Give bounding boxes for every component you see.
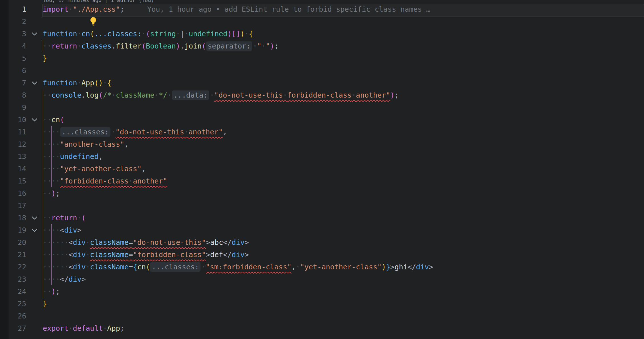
code-token: ····	[43, 275, 60, 283]
code-token: ()	[94, 79, 103, 87]
eslint-error-token: "do-not-use-this	[214, 91, 283, 99]
code-token: cn	[51, 116, 60, 124]
code-token: className	[116, 91, 154, 99]
code-token: >	[244, 238, 249, 247]
code-token: ·	[68, 324, 73, 332]
code-line[interactable]: 20······<div·className="do-not-use-this"…	[0, 236, 644, 249]
code-line-content: ····...classes:·"do-not-use-this·another…	[43, 126, 644, 138]
code-token: string	[150, 30, 176, 38]
code-line[interactable]: 26	[0, 310, 644, 322]
code-token: >	[206, 251, 210, 259]
code-token: div	[232, 251, 244, 259]
code-line[interactable]: 7function·App()·{	[0, 77, 644, 89]
code-token: div	[416, 263, 429, 271]
code-line[interactable]: 16··);	[0, 187, 644, 199]
code-token: )	[176, 42, 180, 50]
chevron-down-icon	[31, 227, 38, 234]
code-token: ;	[120, 5, 124, 13]
code-token: >	[244, 251, 249, 259]
fold-gutter-space	[26, 3, 43, 15]
code-token: {	[107, 79, 112, 87]
code-line[interactable]: 8··console.log(/*·className·*/·...data:·…	[0, 89, 644, 101]
code-line[interactable]: 4··return·classes.filter(Boolean).join(s…	[0, 40, 644, 52]
code-token: ······	[43, 238, 68, 247]
code-line-content: ··cn(	[43, 114, 644, 126]
code-line[interactable]: 19····<div>	[0, 224, 644, 236]
code-token: (	[99, 91, 103, 99]
code-line[interactable]: 23····</div>	[0, 273, 644, 285]
code-token: function	[43, 30, 77, 38]
fold-chevron[interactable]	[26, 212, 43, 224]
eslint-error-token: another"	[133, 177, 167, 185]
code-token: ·	[253, 42, 257, 50]
code-token: div	[68, 275, 81, 283]
code-token: div	[73, 263, 86, 271]
fold-gutter-space	[26, 236, 43, 249]
code-token: export	[43, 324, 68, 332]
code-line[interactable]: 21······<div·className="forbidden-class"…	[0, 249, 644, 261]
code-token: cn	[137, 263, 146, 271]
fold-chevron[interactable]	[26, 114, 43, 126]
indent-guide	[43, 199, 43, 212]
code-token: >	[206, 238, 210, 247]
code-line[interactable]: 18··return·(	[0, 212, 644, 224]
eslint-error-token: "do-not-use-this"	[133, 238, 206, 247]
code-token: ······	[43, 251, 68, 259]
fold-gutter-space	[26, 310, 43, 322]
eslint-error-token: className	[90, 238, 129, 247]
code-line[interactable]: 5}	[0, 52, 644, 64]
code-line[interactable]: 27export·default·App;	[0, 322, 644, 334]
code-token: ····	[43, 140, 60, 148]
inlay-hint: ...data:	[172, 90, 209, 100]
code-token: App	[81, 79, 94, 87]
code-token: ;	[394, 91, 399, 99]
lightbulb-icon[interactable]	[90, 17, 97, 30]
eslint-error-token: "forbidden-class"	[133, 251, 206, 259]
code-line[interactable]: 13····undefined,	[0, 150, 644, 163]
code-line[interactable]: 17	[0, 199, 644, 212]
code-token: undefined	[189, 30, 227, 38]
code-line[interactable]: 12····"another-class",	[0, 138, 644, 150]
code-token: div	[232, 238, 244, 247]
code-line[interactable]: 2	[0, 15, 644, 28]
code-line[interactable]: 10··cn(	[0, 114, 644, 126]
fold-chevron[interactable]	[26, 28, 43, 40]
fold-gutter-space	[26, 52, 43, 64]
code-token: classes	[81, 42, 111, 50]
code-line-content: ····"another-class",	[43, 138, 644, 150]
code-token: "yet-another-class"	[300, 263, 382, 271]
code-line-content: ····"forbidden-class·another"	[43, 175, 644, 187]
fold-gutter-space	[26, 126, 43, 138]
fold-chevron[interactable]	[26, 77, 43, 89]
code-lines: 1import·"./App.css";You, 1 hour ago • ad…	[0, 3, 644, 334]
code-line[interactable]: 25}	[0, 298, 644, 310]
code-line[interactable]: 11····...classes:·"do-not-use-this·anoth…	[0, 126, 644, 138]
inlay-hint: ...classes:	[60, 127, 110, 137]
code-token: </	[223, 238, 232, 247]
code-line-content: ······<div·className="do-not-use-this">a…	[43, 236, 644, 249]
codelens-blame[interactable]: You, 17 minutes ago | 1 author (You)	[43, 0, 154, 6]
code-token: return	[51, 214, 77, 222]
code-line[interactable]: 6	[0, 64, 644, 77]
code-token: </	[407, 263, 416, 271]
code-token: ;	[120, 324, 124, 332]
code-token: ·	[245, 30, 249, 38]
code-line[interactable]: 9	[0, 101, 644, 114]
code-line[interactable]: 14····"yet-another-class",	[0, 163, 644, 175]
code-line-content	[43, 64, 644, 77]
code-line[interactable]: 15····"forbidden-class·another"	[0, 175, 644, 187]
fold-chevron[interactable]	[26, 224, 43, 236]
fold-gutter-space	[26, 64, 43, 77]
code-line[interactable]: 24··);	[0, 285, 644, 298]
code-line-content: ····</div>	[43, 273, 644, 285]
code-line-content: ··return·(	[43, 212, 644, 224]
code-line-content: ····<div>	[43, 224, 644, 236]
code-line-content: export·default·App;	[43, 322, 644, 334]
code-token: ,	[291, 263, 296, 271]
code-line[interactable]: 22······<div·className={cn(...classes:·"…	[0, 261, 644, 273]
fold-gutter-space	[26, 150, 43, 163]
fold-gutter-space	[26, 187, 43, 199]
code-token: )	[240, 30, 245, 38]
code-token: (	[90, 30, 94, 38]
code-token: ··	[43, 189, 51, 197]
